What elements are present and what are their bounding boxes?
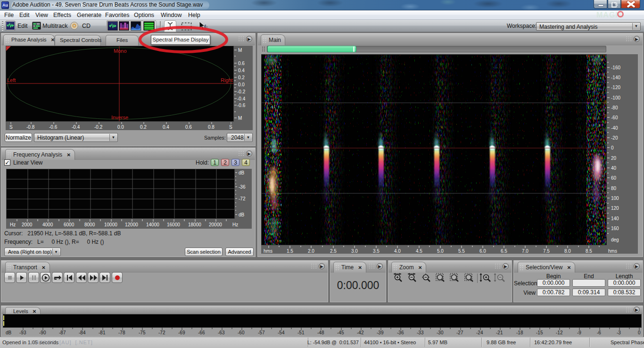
svg-text:S: S xyxy=(229,124,232,130)
svg-text:-0.2: -0.2 xyxy=(237,89,246,94)
svg-text:7.5: 7.5 xyxy=(543,249,550,254)
svg-text:-72: -72 xyxy=(239,196,246,201)
svg-text:M: M xyxy=(238,116,242,121)
svg-text:120: 120 xyxy=(611,206,619,211)
svg-text:S: S xyxy=(9,124,13,130)
svg-text:60: 60 xyxy=(611,175,617,181)
svg-text:-42: -42 xyxy=(357,330,364,335)
svg-text:-93: -93 xyxy=(19,330,26,335)
svg-text:Hz: Hz xyxy=(232,222,238,227)
svg-text:-6: -6 xyxy=(597,330,601,335)
svg-text:-36: -36 xyxy=(239,184,246,190)
svg-text:Inverse: Inverse xyxy=(111,115,128,120)
svg-text:-75: -75 xyxy=(139,330,146,335)
svg-text:-20: -20 xyxy=(611,135,618,141)
svg-text:hms: hms xyxy=(264,249,272,254)
svg-text:-45: -45 xyxy=(337,330,344,335)
svg-text:-39: -39 xyxy=(377,330,384,335)
svg-text:-30: -30 xyxy=(437,330,444,335)
svg-text:-0.2: -0.2 xyxy=(94,124,103,130)
svg-text:hms: hms xyxy=(608,249,617,254)
svg-text:-66: -66 xyxy=(198,330,205,335)
svg-text:-48: -48 xyxy=(317,330,324,335)
svg-text:-63: -63 xyxy=(218,330,225,335)
svg-text:160: 160 xyxy=(611,226,619,231)
svg-text:10000: 10000 xyxy=(104,222,117,227)
svg-text:20000: 20000 xyxy=(209,222,222,227)
svg-text:-0.4: -0.4 xyxy=(237,96,246,101)
svg-text:0.6: 0.6 xyxy=(185,124,192,130)
svg-text:-87: -87 xyxy=(59,330,66,335)
svg-text:0: 0 xyxy=(611,145,614,150)
svg-text:Left: Left xyxy=(7,77,16,83)
svg-text:-57: -57 xyxy=(258,330,265,335)
svg-text:5.5: 5.5 xyxy=(458,249,465,254)
svg-text:8.5: 8.5 xyxy=(586,249,592,254)
svg-text:0: 0 xyxy=(638,330,641,335)
svg-text:4000: 4000 xyxy=(42,222,53,227)
svg-text:0.8: 0.8 xyxy=(208,124,215,130)
svg-text:-40: -40 xyxy=(611,125,618,131)
svg-text:-69: -69 xyxy=(178,330,185,335)
svg-text:-120: -120 xyxy=(611,85,620,90)
svg-text:1.5: 1.5 xyxy=(287,249,293,254)
svg-text:-60: -60 xyxy=(238,330,245,335)
svg-text:-81: -81 xyxy=(99,330,106,335)
svg-text:deg: deg xyxy=(611,237,619,242)
svg-text:-100: -100 xyxy=(611,95,620,100)
svg-text:0.4: 0.4 xyxy=(163,124,169,130)
svg-text:-12: -12 xyxy=(556,330,563,335)
svg-text:16000: 16000 xyxy=(167,222,180,227)
svg-text:4.5: 4.5 xyxy=(416,249,422,254)
svg-text:-0.4: -0.4 xyxy=(72,124,80,130)
svg-text:2000: 2000 xyxy=(22,222,33,227)
svg-text:140: 140 xyxy=(611,216,619,221)
svg-text:8.0: 8.0 xyxy=(564,249,571,254)
svg-text:-24: -24 xyxy=(476,330,483,335)
svg-text:dB: dB xyxy=(239,212,245,217)
svg-text:20: 20 xyxy=(611,156,617,161)
svg-text:-84: -84 xyxy=(79,330,86,335)
svg-text:3.0: 3.0 xyxy=(351,249,358,254)
svg-text:6.0: 6.0 xyxy=(479,249,486,254)
svg-text:-15: -15 xyxy=(536,330,543,335)
svg-text:6.5: 6.5 xyxy=(501,249,507,254)
svg-text:-27: -27 xyxy=(456,330,463,335)
svg-text:100: 100 xyxy=(611,196,619,201)
svg-text:M: M xyxy=(238,48,242,53)
svg-text:-0.6: -0.6 xyxy=(237,103,246,108)
svg-text:0.0: 0.0 xyxy=(238,82,245,87)
svg-text:3.5: 3.5 xyxy=(373,249,380,254)
svg-text:2.5: 2.5 xyxy=(330,249,337,254)
svg-text:-54: -54 xyxy=(278,330,285,335)
svg-text:-18: -18 xyxy=(516,330,523,335)
svg-text:Mono: Mono xyxy=(114,48,127,54)
svg-text:dB: dB xyxy=(6,330,12,335)
svg-text:-21: -21 xyxy=(496,330,503,335)
svg-text:8000: 8000 xyxy=(84,222,95,227)
svg-text:-60: -60 xyxy=(611,115,618,120)
svg-text:0.2: 0.2 xyxy=(238,75,245,80)
svg-text:6000: 6000 xyxy=(64,222,74,227)
svg-text:-140: -140 xyxy=(611,75,620,80)
svg-text:-9: -9 xyxy=(577,330,581,335)
svg-text:-90: -90 xyxy=(39,330,46,335)
svg-text:-160: -160 xyxy=(611,65,620,70)
svg-text:0.0: 0.0 xyxy=(117,124,124,130)
svg-text:18000: 18000 xyxy=(188,222,201,227)
svg-text:Hz: Hz xyxy=(10,222,16,227)
svg-text:-78: -78 xyxy=(118,330,125,335)
svg-text:0.4: 0.4 xyxy=(238,68,245,73)
svg-text:-33: -33 xyxy=(417,330,424,335)
svg-text:-51: -51 xyxy=(297,330,305,335)
svg-text:-0.8: -0.8 xyxy=(26,124,35,130)
svg-text:0.6: 0.6 xyxy=(238,61,245,66)
svg-text:80: 80 xyxy=(611,186,617,191)
svg-text:7.0: 7.0 xyxy=(522,249,528,254)
svg-text:2.0: 2.0 xyxy=(308,249,314,254)
svg-text:dB: dB xyxy=(239,170,245,175)
svg-text:14000: 14000 xyxy=(146,222,159,227)
svg-text:-0.6: -0.6 xyxy=(49,124,58,130)
svg-text:Right: Right xyxy=(221,77,233,83)
svg-text:12000: 12000 xyxy=(125,222,138,227)
